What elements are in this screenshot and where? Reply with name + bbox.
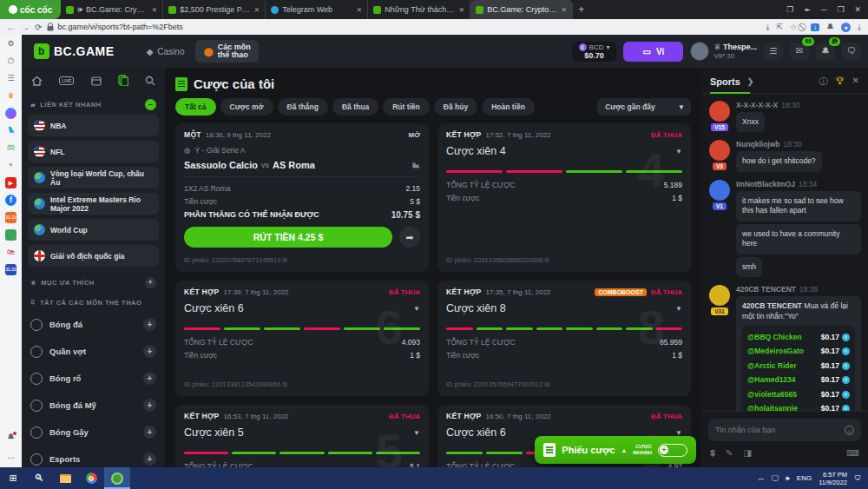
tab-close-icon[interactable]: ✕ xyxy=(357,6,363,14)
quick-bet-toggle[interactable] xyxy=(658,444,687,457)
file-explorer-icon[interactable] xyxy=(52,467,78,489)
cashout-button[interactable]: RÚT TIỀN 4.25 $ xyxy=(184,227,392,248)
sidebar-item-gi-i-v-ch-qu-c-gia[interactable]: Giải vô địch quốc gia xyxy=(28,245,159,267)
tip-recipient-name[interactable]: @violetta6565 xyxy=(747,390,821,400)
twitter-icon[interactable]: 🐦︎ xyxy=(5,125,16,136)
expand-sport-button[interactable]: + xyxy=(143,318,156,331)
search-icon[interactable] xyxy=(145,76,155,86)
download-manager-icon[interactable]: ↓ xyxy=(811,23,819,31)
expand-sport-button[interactable]: + xyxy=(143,345,156,358)
user-profile[interactable]: ♕ Thespe...VIP 30 xyxy=(690,42,757,61)
collapse-quick-links-button[interactable]: – xyxy=(145,99,156,110)
feed-icon[interactable]: ☰ xyxy=(5,73,16,84)
shop-green-icon[interactable] xyxy=(5,229,16,241)
browser-tab[interactable]: Những Thử thách Hàng ngà✕ xyxy=(368,0,470,19)
downloads-tray-icon[interactable]: ⤓ xyxy=(858,23,861,32)
sidebar-item-v-ng-lo-i-world-cup-ch-u-u[interactable]: Vòng loại World Cup, châu Âu xyxy=(28,167,159,188)
clock[interactable]: 6:57 PM11/9/2022 xyxy=(819,471,847,486)
tip-recipient-name[interactable]: @holaitsannie xyxy=(747,404,821,411)
address-bar[interactable]: bc.game/vi/sports?bt-path=%2Fbets xyxy=(47,23,182,31)
save-page-icon[interactable]: ⤓ xyxy=(766,23,769,32)
add-shortcut-icon[interactable]: + xyxy=(5,160,16,171)
chat-tab-sports[interactable]: Sports xyxy=(710,76,740,87)
nav-sports[interactable]: ⬤ Các mônthể thao xyxy=(195,40,258,63)
panel-icon[interactable]: ❐ xyxy=(786,5,793,14)
sidebar-item-nfl[interactable]: NFL xyxy=(28,141,159,162)
maximize-button[interactable]: ❒ xyxy=(837,5,844,14)
filter-1[interactable]: Tất cả xyxy=(175,98,216,116)
tip-recipient-name[interactable]: @Arctic Rider xyxy=(747,361,821,371)
balance-selector[interactable]: ¢BCD ▾ $0.70 xyxy=(572,42,617,62)
chat-trophy-icon[interactable]: 🏆︎ xyxy=(836,76,845,88)
coccoc-logo[interactable]: cốc cốc xyxy=(0,0,61,19)
sidebar-more-icon[interactable]: ⋯ xyxy=(5,453,16,464)
sidebar-sport-cricket[interactable]: Bóng Gậy+ xyxy=(28,419,159,446)
tab-close-icon[interactable]: ✕ xyxy=(562,6,568,14)
add-favorite-button[interactable]: + xyxy=(145,277,156,288)
hot-crown-icon[interactable]: ♛ xyxy=(5,90,16,102)
tip-recipient-name[interactable]: @Hamed1234 xyxy=(747,375,821,385)
sale-blue-icon[interactable]: 11.11 xyxy=(5,264,16,275)
tab-close-icon[interactable]: ✕ xyxy=(254,6,260,14)
bookmark-star-icon[interactable]: ☆ xyxy=(790,23,797,31)
sidebar-sport-soccer[interactable]: Bóng đá+ xyxy=(28,311,159,338)
expand-sport-button[interactable]: + xyxy=(143,426,156,439)
chat-info-icon[interactable]: ⓘ xyxy=(819,76,828,88)
tray-volume-icon[interactable]: 🕪︎ xyxy=(786,474,790,483)
language-indicator[interactable]: ENG xyxy=(797,474,812,482)
start-button[interactable]: ⊞ xyxy=(0,467,26,489)
sidebar-item-intel-extreme-masters-rio-major-2022[interactable]: Intel Extreme Masters Rio Major 2022 xyxy=(28,193,159,215)
sidebar-sport-esports[interactable]: Esports+ xyxy=(28,446,159,467)
notifications-bell-icon[interactable]: 🔔︎🎁︎ xyxy=(816,43,835,60)
tip-icon[interactable]: 💲︎ xyxy=(710,448,715,459)
tray-chevron-icon[interactable]: ︿ xyxy=(758,473,765,483)
close-button[interactable]: ✕ xyxy=(854,5,861,14)
chat-message-input[interactable]: Tin nhắn của bạn ☺ xyxy=(708,419,861,441)
live-icon[interactable]: LIVE xyxy=(59,76,74,85)
my-bets-icon[interactable] xyxy=(118,75,128,86)
back-button[interactable]: ← xyxy=(7,23,16,32)
profile-avatar[interactable]: ● xyxy=(841,23,851,32)
games-icon[interactable]: 🎮︎ xyxy=(5,142,16,154)
expand-sport-button[interactable]: + xyxy=(143,453,156,466)
stats-icon[interactable]: 📊︎ xyxy=(412,161,420,169)
emoji-icon[interactable]: ☺ xyxy=(845,426,854,435)
action-center-icon[interactable]: 🗨︎ xyxy=(854,474,861,482)
filter-5[interactable]: Rút tiền xyxy=(383,98,430,116)
tip-recipient-name[interactable]: @MedeirosGato xyxy=(747,347,821,356)
sidebar-bell-icon[interactable]: 🔔︎ xyxy=(5,432,16,443)
browser-tab[interactable]: 🕪︎BC.Game: Crypto Casino✕ xyxy=(61,0,163,19)
filter-2[interactable]: Cược mở xyxy=(220,98,273,116)
mail-icon[interactable]: ✉99 xyxy=(790,43,809,60)
browser-tab[interactable]: Telegram Web✕ xyxy=(266,0,368,19)
tray-network-icon[interactable]: 🖵︎ xyxy=(772,474,779,483)
gif-icon[interactable]: ◨ xyxy=(743,448,751,459)
send-to-device-icon[interactable]: ↞ xyxy=(804,5,811,14)
sidebar-sport-basketball[interactable]: Bóng rổ+ xyxy=(28,365,159,392)
copy-icon[interactable]: ⧉ xyxy=(544,380,549,388)
share-bet-icon[interactable]: ➦ xyxy=(399,227,420,248)
chat-close-icon[interactable]: ✕ xyxy=(852,76,859,88)
settings-gear-icon[interactable]: ⚙︎ xyxy=(5,38,16,50)
chat-channel-chevron-icon[interactable]: ❯ xyxy=(747,77,754,86)
filter-6[interactable]: Đã hủy xyxy=(434,98,477,116)
expand-card-icon[interactable]: ▼ xyxy=(675,305,682,313)
share-icon[interactable]: ⇱ xyxy=(776,23,783,31)
home-icon[interactable] xyxy=(31,76,43,86)
browser-tab[interactable]: $2,500 Prestige Plinko Challe✕ xyxy=(163,0,266,19)
wallet-button[interactable]: ▭Ví xyxy=(623,42,683,62)
tab-close-icon[interactable]: ✕ xyxy=(459,6,465,14)
bcgame-logo[interactable]: b BC.GAME xyxy=(34,43,115,59)
forward-button[interactable]: → xyxy=(21,23,30,32)
sort-dropdown[interactable]: Cược gần đây▾ xyxy=(597,98,691,116)
sidebar-item-world-cup[interactable]: World Cup xyxy=(28,219,159,241)
notification-bell-icon[interactable]: 🔔︎ xyxy=(826,23,834,31)
messenger-icon[interactable] xyxy=(5,108,16,119)
chrome-icon[interactable] xyxy=(78,467,104,489)
minimize-button[interactable]: ─ xyxy=(821,5,826,14)
nav-casino[interactable]: ◆ Casino xyxy=(139,43,193,60)
chat-rules-icon[interactable]: ✎ xyxy=(726,448,733,459)
expand-card-icon[interactable]: ▼ xyxy=(413,429,420,437)
filter-4[interactable]: Đã thua xyxy=(332,98,378,116)
facebook-icon[interactable]: f xyxy=(5,195,16,206)
